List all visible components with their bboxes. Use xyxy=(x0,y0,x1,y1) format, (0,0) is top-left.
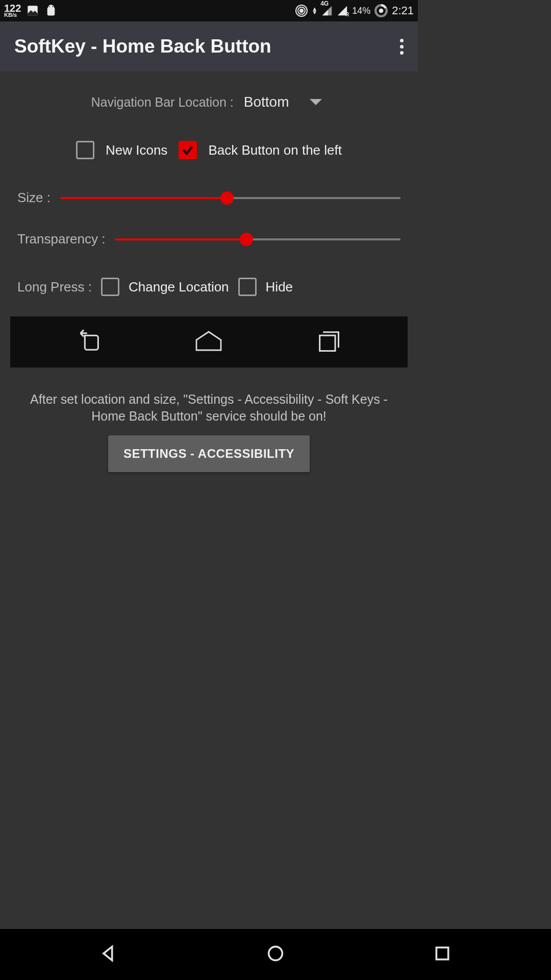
home-icon xyxy=(193,329,224,355)
hide-label: Hide xyxy=(266,279,293,295)
change-location-label: Change Location xyxy=(129,279,229,295)
transparency-slider-row: Transparency : xyxy=(10,231,408,247)
transparency-label: Transparency : xyxy=(17,231,105,247)
hide-checkbox[interactable] xyxy=(238,278,257,296)
settings-accessibility-button[interactable]: SETTINGS - ACCESSIBILITY xyxy=(108,435,310,472)
long-press-row: Long Press : Change Location Hide xyxy=(10,278,408,296)
app-bar: SoftKey - Home Back Button xyxy=(0,21,418,71)
chevron-down-icon xyxy=(310,99,322,105)
size-label: Size : xyxy=(17,190,51,206)
back-left-label: Back Button on the left xyxy=(208,142,342,158)
svg-point-7 xyxy=(379,9,384,13)
back-icon xyxy=(76,328,103,356)
size-slider-row: Size : xyxy=(10,190,408,206)
photos-notification-icon xyxy=(26,4,39,17)
navbar-preview xyxy=(10,316,408,368)
app-title: SoftKey - Home Back Button xyxy=(14,36,271,57)
svg-rect-8 xyxy=(319,335,335,351)
status-right: ▲▼ 4G R 14% 2:21 xyxy=(295,4,414,17)
recents-icon xyxy=(315,328,342,356)
new-icons-checkbox[interactable] xyxy=(76,141,94,159)
status-bar: 122 KB/s ▲▼ 4G R 14% 2:21 xyxy=(0,0,418,21)
checkbox-row: New Icons Back Button on the left xyxy=(10,141,408,159)
status-left: 122 KB/s xyxy=(4,4,58,18)
transparency-slider[interactable] xyxy=(115,232,400,247)
content-area: Navigation Bar Location : Bottom New Ico… xyxy=(0,71,418,482)
slider-fill xyxy=(61,197,227,199)
network-speed-unit: KB/s xyxy=(4,13,21,18)
nav-location-label: Navigation Bar Location : xyxy=(91,95,233,110)
nav-location-row: Navigation Bar Location : Bottom xyxy=(10,92,408,112)
hotspot-icon xyxy=(295,5,308,17)
back-left-checkbox[interactable] xyxy=(179,141,197,159)
overflow-menu-icon[interactable] xyxy=(400,39,404,55)
battery-circle-icon xyxy=(374,4,388,17)
svg-point-2 xyxy=(53,6,54,7)
change-location-checkbox[interactable] xyxy=(101,278,119,296)
svg-point-3 xyxy=(300,9,303,12)
long-press-label: Long Press : xyxy=(17,279,92,295)
slider-thumb[interactable] xyxy=(220,191,234,205)
slider-fill xyxy=(115,238,246,240)
instruction-text: After set location and size, "Settings -… xyxy=(10,391,408,424)
size-slider[interactable] xyxy=(61,190,400,206)
network-speed-indicator: 122 KB/s xyxy=(4,4,21,18)
android-debug-icon xyxy=(44,4,58,17)
signal-4g-icon: 4G xyxy=(321,5,333,16)
status-clock: 2:21 xyxy=(392,4,414,17)
nav-location-value: Bottom xyxy=(244,94,289,110)
battery-percent: 14% xyxy=(352,6,370,16)
new-icons-label: New Icons xyxy=(106,142,167,158)
signal-roaming-icon: R xyxy=(337,5,348,16)
data-arrows-icon: ▲▼ xyxy=(312,7,317,14)
svg-point-1 xyxy=(49,6,50,7)
slider-thumb[interactable] xyxy=(240,233,253,246)
nav-location-dropdown[interactable]: Bottom xyxy=(239,92,327,112)
